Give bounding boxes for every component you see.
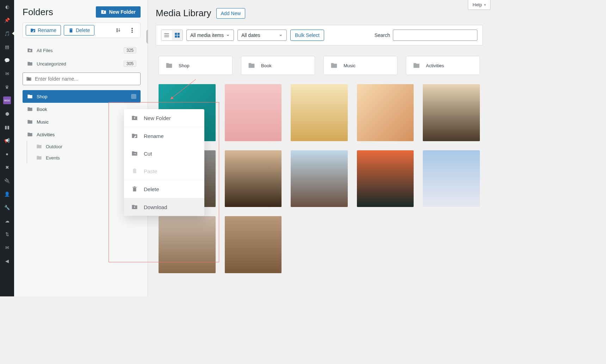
folder-shop[interactable]: Shop: [23, 90, 141, 103]
folder-label: Events: [46, 155, 60, 161]
filter-bar: All media items All dates Bulk Select Se…: [156, 25, 483, 45]
bulk-select-button[interactable]: Bulk Select: [290, 30, 324, 41]
rail-plug-icon[interactable]: ✖: [3, 163, 11, 171]
folder-card-label: Shop: [179, 63, 189, 68]
folder-music[interactable]: Music: [23, 115, 141, 128]
search-input[interactable]: [393, 30, 477, 41]
rail-analytics-icon[interactable]: ▮▮: [3, 123, 11, 131]
uncategorized-count: 305: [124, 61, 136, 67]
page-title: Media Library: [156, 8, 211, 19]
uncategorized-label: Uncategorized: [37, 61, 66, 67]
all-files-count: 325: [124, 47, 136, 54]
ctx-label: New Folder: [144, 115, 171, 121]
rail-messenger-icon[interactable]: ●: [3, 150, 11, 158]
ctx-delete[interactable]: Delete: [124, 180, 204, 198]
ctx-new-folder[interactable]: New Folder: [124, 109, 204, 127]
rail-dashboard-icon[interactable]: ◐: [3, 3, 11, 11]
ctx-label: Delete: [144, 186, 159, 192]
rail-pin-icon[interactable]: 📌: [3, 16, 11, 24]
wp-admin-rail: ◐ 📌 🎵 ▤ 💬 ✉ ♛ woo ⬢ ▮▮ 📢 ● ✖ 🔌 👤 🔧 ☁ ⇅ ✉…: [0, 0, 14, 296]
trash-icon: [68, 28, 74, 33]
folder-label: Shop: [37, 94, 47, 99]
folder-icon: [413, 62, 420, 69]
rail-plug2-icon[interactable]: 🔌: [3, 177, 11, 184]
rename-button[interactable]: Rename: [26, 25, 61, 36]
rail-crown-icon[interactable]: ♛: [3, 83, 11, 91]
rename-icon: [30, 28, 36, 33]
trash-icon: [131, 186, 138, 192]
media-thumb[interactable]: [357, 84, 414, 141]
ctx-cut[interactable]: Cut: [124, 145, 204, 162]
folder-card-book[interactable]: Book: [241, 56, 315, 75]
uncategorized-item[interactable]: Uncategorized 305: [23, 57, 141, 70]
rail-megaphone-icon[interactable]: 📢: [3, 137, 11, 144]
help-tab[interactable]: Help: [468, 0, 490, 10]
folder-home-icon: [27, 48, 33, 53]
media-thumb[interactable]: [291, 84, 348, 141]
delete-button[interactable]: Delete: [64, 25, 94, 36]
ctx-label: Cut: [144, 151, 152, 157]
download-icon: [131, 204, 138, 210]
delete-label: Delete: [76, 27, 90, 33]
folders-title: Folders: [23, 7, 53, 18]
rail-media-icon[interactable]: 🎵: [3, 30, 11, 37]
new-folder-label: New Folder: [109, 9, 136, 15]
folder-plus-icon: [101, 9, 106, 15]
folder-card-activities[interactable]: Activities: [406, 56, 480, 75]
ctx-download[interactable]: Download: [124, 198, 204, 216]
cut-icon: [131, 150, 138, 157]
folder-search[interactable]: [23, 73, 141, 85]
add-new-button[interactable]: Add New: [216, 8, 246, 19]
rail-sliders-icon[interactable]: ⇅: [3, 230, 11, 238]
paste-icon: [131, 168, 138, 174]
ctx-label: Rename: [144, 133, 164, 139]
rail-pages-icon[interactable]: ▤: [3, 43, 11, 51]
folders-panel: Folders New Folder Rename Delete All Fil: [14, 0, 148, 296]
rail-collapse-icon[interactable]: ◀: [3, 257, 11, 265]
view-list-button[interactable]: [161, 30, 172, 40]
rail-chat-icon[interactable]: ☁: [3, 217, 11, 225]
ctx-rename[interactable]: Rename: [124, 127, 204, 145]
rail-mail2-icon[interactable]: ✉: [3, 244, 11, 251]
media-thumb[interactable]: [423, 84, 480, 141]
ctx-label: Paste: [144, 168, 157, 174]
view-grid-button[interactable]: [172, 30, 183, 40]
rail-comments-icon[interactable]: 💬: [3, 56, 11, 64]
folder-label: Activities: [37, 132, 55, 137]
folder-search-input[interactable]: [35, 76, 137, 82]
rail-woo-icon[interactable]: woo: [3, 96, 11, 104]
rail-mail-icon[interactable]: ✉: [3, 70, 11, 77]
folder-icon: [27, 119, 33, 125]
sort-button[interactable]: [113, 25, 124, 36]
folder-icon: [27, 61, 33, 67]
folder-activities[interactable]: Activities: [23, 128, 141, 141]
folder-card-label: Music: [344, 63, 355, 68]
media-thumb[interactable]: [225, 84, 282, 141]
media-thumb[interactable]: [225, 216, 282, 273]
folder-card-music[interactable]: Music: [323, 56, 397, 75]
new-folder-button[interactable]: New Folder: [96, 6, 141, 18]
folders-toolbar: Rename Delete: [23, 23, 141, 38]
rail-tools-icon[interactable]: 🔧: [3, 203, 11, 211]
media-thumb[interactable]: [357, 150, 414, 207]
filter-type-select[interactable]: All media items: [186, 30, 234, 41]
filter-date-select[interactable]: All dates: [237, 30, 287, 41]
media-thumb[interactable]: [291, 150, 348, 207]
view-switch: [161, 30, 183, 41]
folder-icon: [330, 62, 338, 69]
media-thumb[interactable]: [423, 150, 480, 207]
folder-card-label: Activities: [426, 63, 444, 68]
help-label: Help: [472, 2, 482, 7]
more-button[interactable]: [127, 25, 137, 36]
rail-users-icon[interactable]: 👤: [3, 190, 11, 198]
media-thumb[interactable]: [159, 216, 216, 273]
folder-plus-icon: [131, 115, 138, 121]
folder-icon: [165, 62, 173, 69]
folder-book[interactable]: Book: [23, 103, 141, 115]
media-thumb[interactable]: [225, 150, 282, 207]
rename-icon: [131, 133, 138, 139]
rail-box-icon[interactable]: ⬢: [3, 110, 11, 118]
all-files-item[interactable]: All Files 325: [23, 44, 141, 57]
folder-card-shop[interactable]: Shop: [159, 56, 233, 75]
folder-label: Music: [37, 119, 49, 125]
